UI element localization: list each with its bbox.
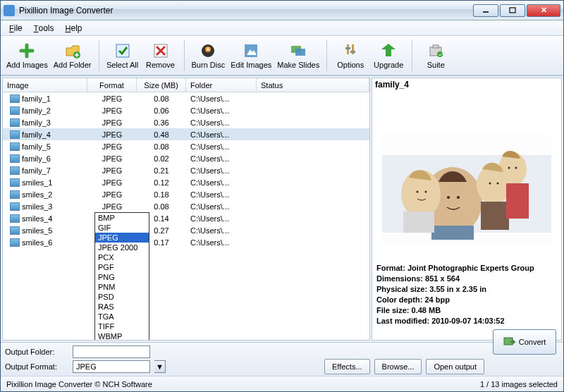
open-output-button[interactable]: Open output <box>426 359 484 374</box>
table-row[interactable]: smiles_50.27C:\Users\... <box>3 224 369 236</box>
image-icon <box>10 190 20 199</box>
convert-button[interactable]: Convert <box>493 329 556 355</box>
table-row[interactable]: smiles_1JPEG0.12C:\Users\... <box>3 176 369 188</box>
row-name: family_2 <box>22 106 51 115</box>
row-name: family_1 <box>22 94 51 103</box>
row-name: smiles_1 <box>22 178 52 187</box>
image-icon <box>10 130 20 139</box>
svg-rect-3 <box>116 44 129 57</box>
menu-file[interactable]: File <box>4 22 28 35</box>
format-option[interactable]: TGA <box>95 312 149 321</box>
svg-rect-16 <box>433 45 439 48</box>
table-row[interactable]: smiles_40.14C:\Users\... <box>3 212 369 224</box>
col-size[interactable]: Size (MB) <box>137 78 186 92</box>
row-folder: C:\Users\... <box>186 130 257 139</box>
table-row[interactable]: family_5JPEG0.08C:\Users\... <box>3 140 369 152</box>
table-row[interactable]: smiles_2JPEG0.18C:\Users\... <box>3 188 369 200</box>
format-option[interactable]: GIF <box>95 223 149 233</box>
svg-rect-14 <box>350 51 355 53</box>
format-option[interactable]: PGF <box>95 262 149 272</box>
svg-point-35 <box>515 167 517 169</box>
output-format-field[interactable]: JPEG <box>73 360 150 373</box>
row-name: smiles_3 <box>22 202 52 211</box>
svg-rect-36 <box>504 338 513 345</box>
add-images-button[interactable]: Add Images <box>4 38 51 73</box>
format-option[interactable]: PSD <box>95 292 149 302</box>
menu-help[interactable]: Help <box>60 22 88 35</box>
col-image[interactable]: Image <box>3 78 87 92</box>
row-name: family_5 <box>22 142 51 151</box>
suite-button[interactable]: Suite <box>417 38 455 73</box>
row-name: family_7 <box>22 166 51 175</box>
table-row[interactable]: family_7JPEG0.21C:\Users\... <box>3 164 369 176</box>
info-format: Format: Joint Photographic Experts Group <box>376 263 557 274</box>
select-all-button[interactable]: Select All <box>104 38 142 73</box>
col-status[interactable]: Status <box>257 78 369 92</box>
remove-icon <box>152 42 169 59</box>
row-format: JPEG <box>87 94 137 103</box>
info-filesize: File size: 0.48 MB <box>376 305 557 316</box>
row-folder: C:\Users\... <box>186 118 257 127</box>
table-row[interactable]: smiles_60.17C:\Users\... <box>3 236 369 248</box>
image-icon <box>10 214 20 223</box>
menu-tools[interactable]: Tools <box>28 22 60 35</box>
format-option[interactable]: JPEG <box>95 233 149 243</box>
edit-images-button[interactable]: Edit Images <box>228 38 274 73</box>
add-folder-button[interactable]: Add Folder <box>51 38 94 73</box>
col-format[interactable]: Format <box>87 78 137 92</box>
format-dropdown-list[interactable]: BMPGIFJPEGJPEG 2000PCXPGFPNGPNMPSDRASTGA… <box>94 212 149 341</box>
image-icon <box>10 142 20 151</box>
image-icon <box>10 166 20 175</box>
image-icon <box>10 154 20 163</box>
row-size: 0.12 <box>137 178 186 187</box>
svg-rect-26 <box>481 202 509 230</box>
preview-image <box>372 119 561 260</box>
preview-panel: family_4 <box>372 78 562 341</box>
maximize-button[interactable] <box>500 4 525 17</box>
row-size: 0.48 <box>137 130 186 139</box>
svg-point-33 <box>497 183 499 185</box>
row-size: 0.08 <box>137 142 186 151</box>
table-row[interactable]: family_1JPEG0.08C:\Users\... <box>3 92 369 104</box>
row-name: smiles_4 <box>22 214 52 223</box>
col-folder[interactable]: Folder <box>186 78 257 92</box>
row-format: JPEG <box>87 178 137 187</box>
preview-filename: family_4 <box>372 78 561 91</box>
table-row[interactable]: smiles_3JPEG0.08C:\Users\... <box>3 200 369 212</box>
row-folder: C:\Users\... <box>186 166 257 175</box>
format-option[interactable]: BMP <box>95 213 149 223</box>
info-physical: Physical size: 3.55 in x 2.35 in <box>376 284 557 295</box>
options-button[interactable]: Options <box>331 38 369 73</box>
close-button[interactable]: ✕ <box>527 4 560 17</box>
minimize-button[interactable] <box>473 4 498 17</box>
effects-button[interactable]: Effects... <box>324 359 370 374</box>
format-option[interactable]: PCX <box>95 252 149 262</box>
table-row[interactable]: family_4JPEG0.48C:\Users\... <box>3 128 369 140</box>
format-option[interactable]: RAS <box>95 302 149 312</box>
image-icon <box>10 202 20 211</box>
output-folder-field[interactable] <box>73 345 150 358</box>
row-format: JPEG <box>87 142 137 151</box>
svg-point-32 <box>489 183 491 185</box>
svg-rect-10 <box>295 49 305 56</box>
make-slides-button[interactable]: Make Slides <box>274 38 322 73</box>
format-option[interactable]: WBMP <box>95 331 149 341</box>
image-icon <box>10 226 20 235</box>
make-slides-label: Make Slides <box>277 61 319 69</box>
suite-icon <box>427 42 444 59</box>
row-size: 0.36 <box>137 118 186 127</box>
format-option[interactable]: JPEG 2000 <box>95 243 149 252</box>
format-option[interactable]: PNG <box>95 272 149 282</box>
burn-disc-button[interactable]: Burn Disc <box>189 38 228 73</box>
row-format: JPEG <box>87 202 137 211</box>
format-option[interactable]: PNM <box>95 282 149 292</box>
output-format-dropdown-button[interactable]: ▼ <box>154 360 166 373</box>
format-option[interactable]: TIFF <box>95 321 149 331</box>
row-name: smiles_6 <box>22 238 52 247</box>
upgrade-button[interactable]: Upgrade <box>369 38 407 73</box>
table-row[interactable]: family_3JPEG0.36C:\Users\... <box>3 116 369 128</box>
table-row[interactable]: family_6JPEG0.02C:\Users\... <box>3 152 369 164</box>
browse-button[interactable]: Browse... <box>374 359 422 374</box>
table-row[interactable]: family_2JPEG0.06C:\Users\... <box>3 104 369 116</box>
remove-button[interactable]: Remove <box>142 38 180 73</box>
